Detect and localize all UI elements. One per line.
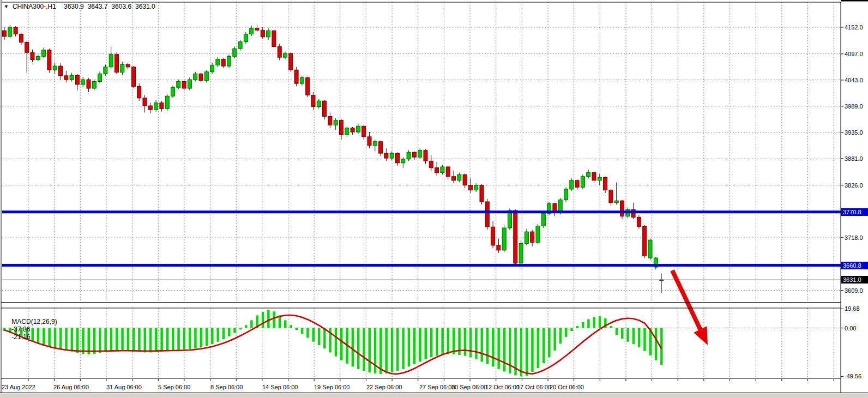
candle-body: [109, 55, 113, 67]
candle-body: [474, 185, 478, 190]
candle-body: [637, 217, 641, 226]
candle-body: [435, 168, 439, 173]
candle-body: [497, 245, 501, 250]
candle-body: [648, 240, 652, 258]
macd-histogram-bar: [537, 328, 540, 368]
macd-histogram-bar: [492, 328, 495, 367]
candle-body: [418, 150, 422, 157]
macd-histogram-bar: [553, 328, 556, 351]
candle-body: [104, 67, 107, 74]
candle-body: [396, 153, 400, 163]
macd-histogram-bar: [189, 328, 191, 349]
macd-histogram-bar: [206, 328, 208, 346]
time-axis-label: 30 Sep 06:00: [451, 384, 487, 390]
macd-histogram-bar: [582, 322, 584, 328]
candle-body: [480, 185, 484, 202]
trading-chart-window: 4152.04097.04043.03989.03935.03881.03826…: [0, 0, 868, 398]
candle-body: [587, 173, 590, 177]
time-axis-label: 22 Sep 06:00: [366, 384, 402, 390]
macd-histogram-bar: [127, 328, 130, 351]
chart-canvas[interactable]: 4152.04097.04043.03989.03935.03881.03826…: [0, 0, 868, 398]
candle-body: [429, 161, 433, 167]
level-price-badge-upper: 3770.8: [841, 208, 868, 216]
candle-body: [216, 59, 220, 65]
symbol-dropdown-icon[interactable]: ▼: [4, 3, 9, 10]
macd-histogram-bar: [503, 328, 506, 372]
macd-histogram-bar: [194, 328, 197, 349]
candle-body: [160, 103, 164, 109]
quote-low: 3603.6: [111, 3, 131, 10]
level-price-badge-lower: 3660.8: [841, 262, 868, 269]
candle-body: [53, 66, 57, 70]
quote-high: 3643.7: [88, 3, 108, 10]
candle-body: [564, 189, 568, 200]
candle-body: [47, 50, 51, 70]
macd-histogram: [3, 310, 663, 377]
macd-histogram-bar: [250, 320, 253, 328]
candle-body: [210, 65, 214, 71]
candle-body: [334, 120, 337, 125]
quote-close: 3631.0: [135, 3, 155, 10]
time-axis-label: 19 Sep 06:00: [314, 384, 349, 390]
macd-histogram-bar: [138, 328, 141, 352]
candle-body: [531, 232, 534, 243]
macd-histogram-bar: [262, 312, 264, 328]
macd-histogram-bar: [116, 328, 118, 351]
candle-body: [8, 27, 12, 37]
macd-histogram-bar: [335, 328, 337, 357]
time-axis-label: 31 Aug 06:00: [106, 384, 142, 390]
macd-histogram-bar: [643, 328, 646, 351]
price-axis-label: 4043.0: [845, 77, 863, 83]
candle-body: [238, 42, 242, 49]
macd-histogram-bar: [408, 328, 411, 367]
candle-body: [278, 47, 281, 58]
candle-body: [194, 74, 197, 80]
macd-histogram-bar: [526, 328, 528, 376]
candle-body: [401, 159, 405, 163]
macd-histogram-bar: [273, 311, 275, 328]
candle-body: [306, 77, 310, 95]
macd-histogram-bar: [172, 328, 174, 351]
candle-body: [294, 70, 298, 83]
macd-histogram-bar: [323, 328, 326, 349]
panel-borders: [0, 0, 868, 393]
candle-body: [244, 34, 248, 41]
macd-histogram-bar: [497, 328, 500, 369]
candle-body: [182, 82, 186, 88]
candle-body: [581, 177, 584, 188]
macd-histogram-bar: [509, 328, 511, 373]
candle-body: [424, 150, 427, 161]
candle-body: [272, 31, 276, 46]
candle-body: [31, 52, 34, 59]
candle-body: [390, 153, 394, 158]
window-bottom-strip: [0, 394, 868, 398]
macd-histogram-bar: [166, 328, 169, 351]
macd-histogram-bar: [88, 328, 91, 354]
macd-histogram-bar: [132, 328, 135, 352]
time-axis-label: 20 Oct 06:00: [550, 384, 584, 390]
candle-body: [407, 152, 411, 159]
candle-body: [171, 87, 175, 96]
macd-histogram-bar: [542, 328, 545, 363]
macd-histogram-bar: [425, 328, 427, 359]
candle-body: [575, 180, 579, 187]
candle-body: [592, 173, 596, 180]
price-axis-label: 3609.0: [845, 287, 863, 294]
candle-body: [42, 50, 46, 57]
time-axis-label: 12 Oct 06:00: [485, 384, 520, 390]
macd-histogram-bar: [296, 328, 298, 330]
time-axis-label: 17 Oct 06:00: [517, 384, 551, 390]
candle-body: [340, 120, 343, 135]
macd-histogram-bar: [245, 325, 248, 328]
time-axis-label: 14 Sep 06:00: [262, 384, 298, 390]
candle-body: [384, 153, 388, 158]
macd-histogram-bar: [284, 320, 287, 328]
price-axis-label: 3881.0: [845, 155, 863, 162]
candle-body: [233, 49, 237, 56]
candle-body: [59, 66, 63, 76]
candle-body: [604, 178, 607, 190]
macd-histogram-bar: [239, 328, 242, 330]
candle-body: [620, 201, 624, 216]
macd-histogram-bar: [565, 328, 568, 337]
macd-histogram-bar: [110, 328, 113, 351]
